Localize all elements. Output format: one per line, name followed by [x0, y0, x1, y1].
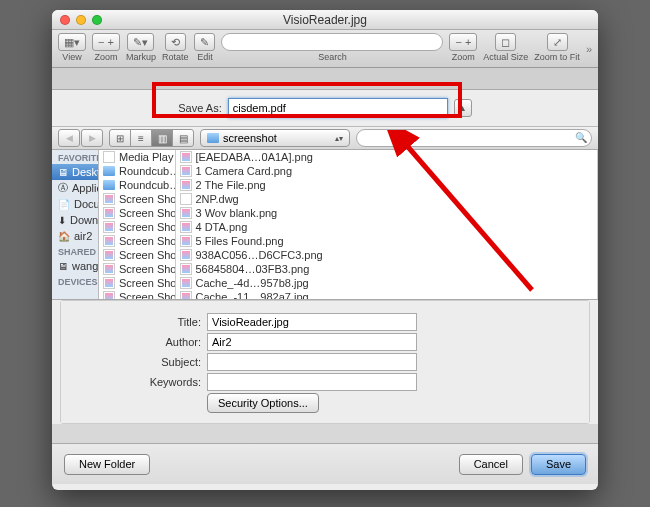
file-row[interactable]: Screen Sho…14 PM.png [99, 248, 175, 262]
file-row[interactable]: Cache_-4d…957b8.jpg [176, 276, 597, 290]
image-icon [180, 179, 192, 191]
column-view-seg[interactable]: ▥ [151, 129, 173, 147]
file-row[interactable]: Screen Sho…14 PM.png [99, 234, 175, 248]
sidebar: FAVORITES 🖥Desktop ⒶApplications 📄Docume… [52, 150, 99, 299]
popup-arrows-icon: ▴▾ [335, 134, 343, 143]
downloads-icon: ⬇ [58, 214, 66, 226]
file-browser: FAVORITES 🖥Desktop ⒶApplications 📄Docume… [52, 150, 598, 300]
image-icon [180, 277, 192, 289]
file-row[interactable]: 5 Files Found.png [176, 234, 597, 248]
zoom-buttons[interactable]: − + [92, 33, 120, 51]
sidebar-item-downloads[interactable]: ⬇Downloads [52, 212, 98, 228]
documents-icon: 📄 [58, 198, 70, 210]
applications-icon: Ⓐ [58, 182, 68, 194]
file-row[interactable]: Screen Sho…33 PM.png [99, 276, 175, 290]
file-row[interactable]: 3 Wov blank.png [176, 206, 597, 220]
collapse-button[interactable]: ▴ [454, 99, 472, 117]
file-row[interactable]: Screen Sho…50 PM.png [99, 290, 175, 299]
preview-toolbar: ▦▾View − +Zoom ✎▾Markup ⟲Rotate ✎Edit Se… [52, 30, 598, 68]
file-row[interactable]: Roundcub…pcrypt_files▸ [99, 178, 175, 192]
image-icon [103, 291, 115, 299]
save-button[interactable]: Save [531, 454, 586, 475]
save-dialog-window: VisioReader.jpg ▦▾View − +Zoom ✎▾Markup … [52, 10, 598, 490]
sidebar-item-air2[interactable]: 🏠air2 [52, 228, 98, 244]
subject-label: Subject: [91, 356, 201, 368]
image-icon [180, 263, 192, 275]
image-icon [180, 249, 192, 261]
save-as-label: Save As: [178, 102, 221, 114]
title-label: Title: [91, 316, 201, 328]
image-icon [180, 291, 192, 299]
view-mode-segment[interactable]: ⊞ ≡ ▥ ▤ [109, 129, 194, 147]
toolbar-overflow-icon[interactable]: » [586, 43, 592, 55]
zoom-to-fit-button[interactable]: ⤢ [547, 33, 568, 51]
hidden-strip [52, 424, 598, 444]
folder-popup[interactable]: screenshot ▴▾ [200, 129, 350, 147]
file-row[interactable]: 938AC056…D6CFC3.png [176, 248, 597, 262]
list-view-seg[interactable]: ≡ [130, 129, 152, 147]
titlebar[interactable]: VisioReader.jpg [52, 10, 598, 30]
save-as-input[interactable] [228, 98, 448, 118]
image-icon [103, 193, 115, 205]
image-icon [103, 207, 115, 219]
image-icon [103, 263, 115, 275]
image-icon [103, 249, 115, 261]
cancel-button[interactable]: Cancel [459, 454, 523, 475]
image-icon [103, 277, 115, 289]
image-icon [180, 221, 192, 233]
home-icon: 🏠 [58, 230, 70, 242]
subject-input[interactable] [207, 353, 417, 371]
image-icon [103, 235, 115, 247]
devices-header: DEVICES [52, 274, 98, 288]
title-input[interactable] [207, 313, 417, 331]
markup-button[interactable]: ✎▾ [127, 33, 154, 51]
edit-button[interactable]: ✎ [194, 33, 215, 51]
image-icon [180, 235, 192, 247]
file-row[interactable]: 2NP.dwg [176, 192, 597, 206]
file-row[interactable]: Screen Sho…30 PM.png [99, 262, 175, 276]
browser-search-input[interactable] [356, 129, 592, 147]
actual-size-button[interactable]: ◻ [495, 33, 516, 51]
metadata-form: Title: Author: Subject: Keywords: Securi… [61, 301, 589, 423]
dialog-footer: New Folder Cancel Save [52, 444, 598, 484]
new-folder-button[interactable]: New Folder [64, 454, 150, 475]
image-icon [180, 151, 192, 163]
file-row[interactable]: Screen Sho…06 AM.png [99, 192, 175, 206]
sidebar-item-wangy[interactable]: 🖥wangy [52, 258, 98, 274]
sidebar-item-applications[interactable]: ⒶApplications [52, 180, 98, 196]
coverflow-view-seg[interactable]: ▤ [172, 129, 194, 147]
document-backdrop [52, 68, 598, 90]
keywords-label: Keywords: [91, 376, 201, 388]
file-icon [180, 193, 192, 205]
save-as-row: Save As: ▴ [52, 90, 598, 126]
zoom2-buttons[interactable]: − + [449, 33, 477, 51]
file-row[interactable]: 4 DTA.png [176, 220, 597, 234]
view-button[interactable]: ▦▾ [58, 33, 86, 51]
file-row[interactable]: 56845804…03FB3.png [176, 262, 597, 276]
shared-icon: 🖥 [58, 260, 68, 272]
column-2[interactable]: [EAEDABA…0A1A].png 1 Camera Card.png 2 T… [176, 150, 598, 299]
file-row[interactable]: [EAEDABA…0A1A].png [176, 150, 597, 164]
shared-header: SHARED [52, 244, 98, 258]
file-row[interactable]: Roundcub…cut_…_files▸ [99, 164, 175, 178]
keywords-input[interactable] [207, 373, 417, 391]
file-row[interactable]: Screen Sho…43 PM.png [99, 220, 175, 234]
icon-view-seg[interactable]: ⊞ [109, 129, 131, 147]
file-row[interactable]: Media Play…Store).dmg [99, 150, 175, 164]
file-row[interactable]: Screen Sho…05 PM.png [99, 206, 175, 220]
sidebar-item-desktop[interactable]: 🖥Desktop [52, 164, 98, 180]
sidebar-item-documents[interactable]: 📄Documents [52, 196, 98, 212]
rotate-button[interactable]: ⟲ [165, 33, 186, 51]
search-icon: 🔍 [575, 132, 587, 143]
file-row[interactable]: 1 Camera Card.png [176, 164, 597, 178]
nav-forward-button[interactable]: ▶ [81, 129, 103, 147]
folder-icon [207, 133, 219, 143]
favorites-header: FAVORITES [52, 150, 98, 164]
security-options-button[interactable]: Security Options... [207, 393, 319, 413]
author-input[interactable] [207, 333, 417, 351]
column-1[interactable]: Media Play…Store).dmg Roundcub…cut_…_fil… [99, 150, 176, 299]
nav-back-button[interactable]: ◀ [58, 129, 80, 147]
toolbar-search-input[interactable] [221, 33, 443, 51]
file-row[interactable]: 2 The File.png [176, 178, 597, 192]
file-row[interactable]: Cache_-11…982a7.jpg [176, 290, 597, 299]
